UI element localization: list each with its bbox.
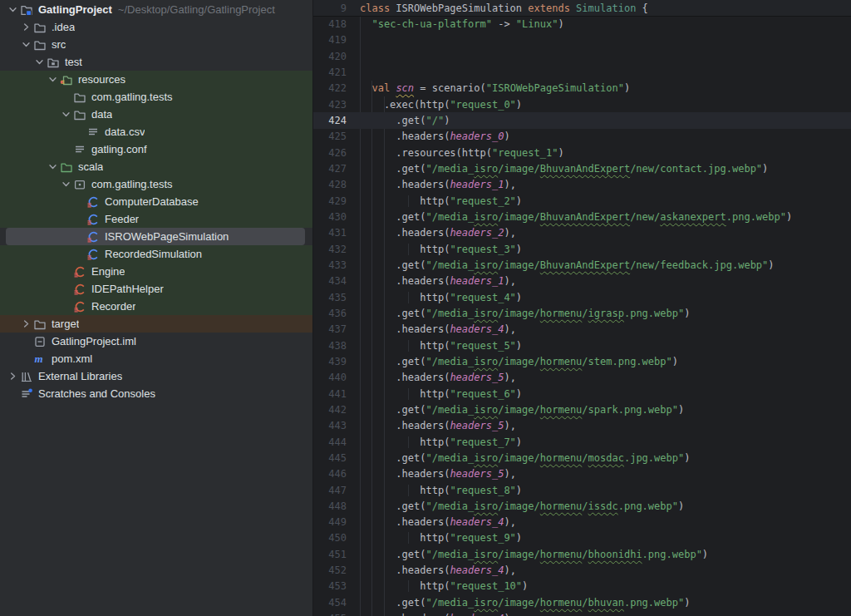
code-line[interactable]: 452 .headers(headers_4), <box>313 562 851 578</box>
tree-item-src[interactable]: src <box>0 36 312 53</box>
code-line-text[interactable]: .get("/media_isro/image/hormenu/igrasp.p… <box>360 308 851 319</box>
line-number[interactable]: 452 <box>313 564 360 576</box>
code-line-text[interactable]: http("request_6") <box>360 388 851 400</box>
line-number[interactable]: 448 <box>313 500 360 512</box>
line-number[interactable]: 440 <box>313 372 360 383</box>
code-line-text[interactable]: .get("/media_isro/image/hormenu/bhoonidh… <box>360 549 851 560</box>
code-line-text[interactable]: .get("/media_isro/image/hormenu/bhuvan.p… <box>360 597 851 609</box>
line-number[interactable]: 428 <box>313 179 360 190</box>
line-number[interactable]: 439 <box>313 356 360 367</box>
line-number[interactable]: 450 <box>313 532 360 544</box>
code-line[interactable]: 441 http("request_6") <box>313 386 851 402</box>
tree-item-scratches-and-consoles[interactable]: Scratches and Consoles <box>0 385 312 402</box>
line-number[interactable]: 443 <box>313 420 360 431</box>
code-line-text[interactable]: .headers(headers_4), <box>360 323 851 335</box>
code-line-text[interactable]: .get("/media_isro/image/BhuvanAndExpert/… <box>360 259 851 271</box>
line-number[interactable]: 446 <box>313 468 360 480</box>
code-line[interactable]: 420 <box>313 48 851 64</box>
tree-item-feeder[interactable]: Feeder <box>0 210 312 228</box>
tree-item-data-csv[interactable]: data.csv <box>0 123 312 140</box>
line-number[interactable]: 451 <box>313 549 360 560</box>
line-number[interactable]: 420 <box>313 51 360 62</box>
line-number[interactable]: 449 <box>313 516 360 528</box>
tree-item-computerdatabase[interactable]: ComputerDatabase <box>0 193 312 210</box>
code-line-text[interactable]: .headers(headers_5), <box>360 372 851 383</box>
code-line[interactable]: 455 .headers(headers_4), <box>313 610 851 616</box>
code-line-text[interactable]: .resources(http("request_1") <box>360 147 851 159</box>
code-line-text[interactable]: .headers(headers_2), <box>360 227 851 239</box>
chevron-closed-icon[interactable] <box>19 318 33 331</box>
code-line[interactable]: 434 .headers(headers_1), <box>313 274 851 289</box>
code-line-text[interactable]: http("request_8") <box>360 485 851 496</box>
code-line[interactable]: 448 .get("/media_isro/image/hormenu/issd… <box>313 498 851 514</box>
code-line-text[interactable]: http("request_4") <box>360 292 851 303</box>
tree-item-data[interactable]: data <box>0 106 312 123</box>
code-line-text[interactable]: http("request_2") <box>360 195 851 207</box>
code-line[interactable]: 444 http("request_7") <box>313 434 851 450</box>
code-line[interactable]: 429 http("request_2") <box>313 193 851 209</box>
line-number[interactable]: 441 <box>313 388 360 400</box>
code-line[interactable]: 422 val scn = scenario("ISROWebPageSimul… <box>313 81 851 96</box>
code-line-text[interactable]: http("request_7") <box>360 436 851 448</box>
sticky-code-line[interactable]: 9class ISROWebPageSimulation extends Sim… <box>313 0 851 16</box>
code-line[interactable]: 432 http("request_3") <box>313 241 851 257</box>
code-line[interactable]: 447 http("request_8") <box>313 482 851 498</box>
line-number[interactable]: 418 <box>313 18 360 30</box>
code-line-text[interactable]: .headers(headers_4), <box>360 516 851 528</box>
code-line[interactable]: 453 http("request_10") <box>313 579 851 594</box>
code-line[interactable]: 424 .get("/") <box>313 112 851 128</box>
code-line[interactable]: 445 .get("/media_isro/image/hormenu/mosd… <box>313 450 851 466</box>
chevron-open-icon[interactable] <box>59 108 73 121</box>
code-line[interactable]: 431 .headers(headers_2), <box>313 225 851 241</box>
code-line[interactable]: 442 .get("/media_isro/image/hormenu/spar… <box>313 402 851 417</box>
chevron-open-icon[interactable] <box>32 56 47 69</box>
code-line[interactable]: 418 "sec-ch-ua-platform" -> "Linux") <box>313 16 851 32</box>
code-line-text[interactable]: .headers(headers_0) <box>360 131 851 142</box>
line-number[interactable]: 422 <box>313 82 360 94</box>
code-line[interactable]: 451 .get("/media_isro/image/hormenu/bhoo… <box>313 546 851 562</box>
line-number[interactable]: 433 <box>313 259 360 271</box>
chevron-open-icon[interactable] <box>46 160 60 174</box>
tree-item-test[interactable]: test <box>0 53 312 71</box>
code-line-text[interactable]: http("request_5") <box>360 340 851 352</box>
code-line-text[interactable]: .get("/media_isro/image/BhuvanAndExpert/… <box>360 211 851 223</box>
tree-item-target[interactable]: target <box>0 315 312 333</box>
code-line-text[interactable]: .get("/") <box>360 115 851 126</box>
chevron-open-icon[interactable] <box>59 178 73 191</box>
code-line[interactable]: 454 .get("/media_isro/image/hormenu/bhuv… <box>313 594 851 610</box>
tree-item-external-libraries[interactable]: External Libraries <box>0 367 312 385</box>
code-line[interactable]: 443 .headers(headers_5), <box>313 418 851 434</box>
code-line[interactable]: 433 .get("/media_isro/image/BhuvanAndExp… <box>313 257 851 273</box>
tree-item-pom-xml[interactable]: mpom.xml <box>0 350 312 367</box>
tree-item-gatlingproject[interactable]: GatlingProject~/Desktop/Gatling/GatlingP… <box>0 1 312 18</box>
line-number[interactable]: 430 <box>313 211 360 223</box>
line-number[interactable]: 427 <box>313 163 360 175</box>
line-number[interactable]: 424 <box>313 115 360 126</box>
line-number[interactable]: 437 <box>313 323 360 335</box>
code-line[interactable]: 449 .headers(headers_4), <box>313 515 851 530</box>
code-line-text[interactable]: .get("/media_isro/image/hormenu/stem.png… <box>360 356 851 367</box>
code-line[interactable]: 425 .headers(headers_0) <box>313 129 851 145</box>
tree-item-com-gatling-tests[interactable]: com.gatling.tests <box>0 88 312 106</box>
code-line[interactable]: 438 http("request_5") <box>313 338 851 353</box>
tree-item-gatlingproject-iml[interactable]: GatlingProject.iml <box>0 333 312 350</box>
code-line-text[interactable]: .get("/media_isro/image/hormenu/spark.pn… <box>360 404 851 416</box>
line-number[interactable]: 455 <box>313 613 360 616</box>
code-line-text[interactable]: http("request_10") <box>360 580 851 592</box>
code-line[interactable]: 437 .headers(headers_4), <box>313 322 851 338</box>
line-number[interactable]: 447 <box>313 485 360 496</box>
code-line-text[interactable]: .headers(headers_1), <box>360 179 851 190</box>
code-line-text[interactable]: "sec-ch-ua-platform" -> "Linux") <box>360 18 851 30</box>
chevron-open-icon[interactable] <box>46 73 60 86</box>
tree-item-idepathhelper[interactable]: IDEPathHelper <box>0 280 312 298</box>
code-line-text[interactable]: val scn = scenario("ISROWebPageSimulatio… <box>360 82 851 94</box>
tree-item-gatling-conf[interactable]: gatling.conf <box>0 140 312 158</box>
line-number[interactable]: 423 <box>313 99 360 111</box>
line-number[interactable]: 432 <box>313 244 360 255</box>
chevron-open-icon[interactable] <box>19 38 33 52</box>
line-number[interactable]: 445 <box>313 452 360 464</box>
tree-item-recorder[interactable]: Recorder <box>0 298 312 315</box>
code-line[interactable]: 419 <box>313 32 851 48</box>
code-line[interactable]: 430 .get("/media_isro/image/BhuvanAndExp… <box>313 209 851 224</box>
line-number[interactable]: 435 <box>313 292 360 303</box>
